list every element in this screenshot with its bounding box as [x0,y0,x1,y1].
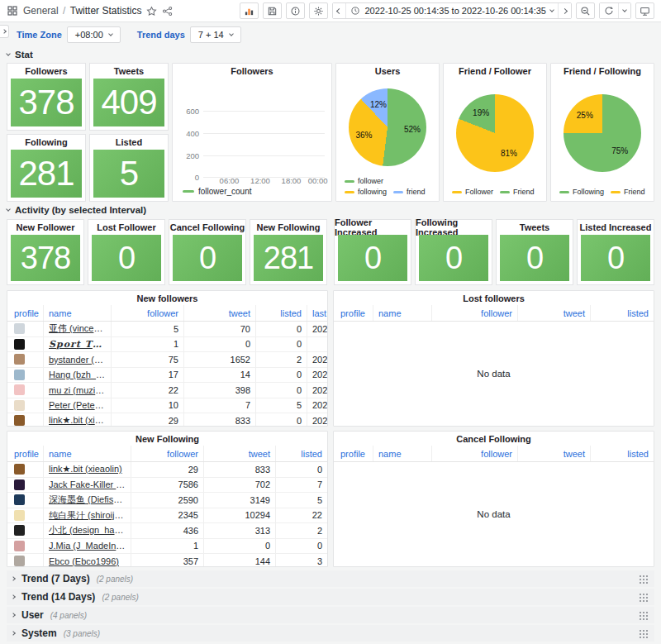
row-drag-handle[interactable] [639,593,648,602]
avatar [14,354,25,365]
dashboard-header: General / Twitter Statistics 2022-10-25 … [0,0,661,22]
chevron-right-icon [11,631,16,636]
breadcrumb-folder[interactable]: General [23,5,59,17]
profile-link[interactable]: 深海墨鱼 (Diefish666) [49,494,126,506]
stat-value: 0 [419,235,488,281]
profile-link[interactable]: link★.bit (xieaolin) [49,464,122,475]
legend-swatch [559,191,569,193]
column-header[interactable]: tweet [184,305,256,321]
column-header[interactable]: listed [276,446,327,461]
dashboard-row-toggle[interactable]: Trend (14 Days) (2 panels) [7,589,654,605]
column-header[interactable]: tweet [204,446,276,461]
column-header[interactable]: profile [7,305,44,321]
profile-link[interactable]: link★.bit (xieaolin) [49,415,106,426]
legend-swatch [500,191,510,193]
breadcrumb[interactable]: General / Twitter Statistics [23,5,141,17]
legend-swatch [452,191,462,193]
profile-link[interactable]: Hang (bzh_Hang) [49,370,106,379]
profile-link[interactable]: 亚伟 (vincentxu1318) [49,322,106,335]
legend-label: follower [358,177,383,185]
profile-link[interactable]: Ebco (Ebco1996) [49,556,119,566]
trend-days-variable-dropdown[interactable]: 7 + 14 [190,26,241,43]
table-row: link★.bit (xieaolin) 29 833 0 [7,462,327,478]
column-header[interactable]: name [373,446,432,461]
profile-link[interactable]: J.Mia (J_MadeInApril) [49,541,126,551]
column-header[interactable]: follower [112,305,184,321]
listed-count: 5 [256,398,307,413]
row-title: Stat [15,50,33,60]
table-row: Ebco (Ebco1996) 357 144 3 [7,554,327,567]
save-dashboard-button[interactable] [263,2,282,19]
column-header[interactable]: profile [334,305,373,321]
row-title: Activity (by selected Interval) [15,205,146,215]
time-range-picker[interactable]: 2022-10-25 00:14:35 to 2022-10-26 00:14:… [345,3,558,18]
stat-panel: Cancel Following 0 [169,219,246,285]
timezone-value: +08:00 [75,30,103,40]
column-header[interactable]: listed [591,305,654,321]
refresh-interval-button[interactable] [618,3,630,18]
dashboard-row-toggle[interactable]: Trend (7 Days) (2 panels) [7,570,654,587]
trend-days-variable-label[interactable]: Trend days [132,27,190,42]
column-header[interactable]: last [307,305,327,321]
dashboard-canvas: Stat Followers 378 Tweets 409 Following … [0,47,661,642]
tweet-count: 3149 [204,493,276,508]
time-range-forward-button[interactable] [558,3,571,18]
y-axis-tick: 600 [178,107,199,116]
y-axis-tick: 200 [178,151,199,160]
chevron-down-icon [6,207,11,212]
column-header[interactable]: follower [131,446,204,461]
dashboard-insights-button[interactable] [286,2,305,19]
column-header[interactable]: follower [432,446,518,461]
dashboard-settings-button[interactable] [309,2,328,19]
tweet-count: 1652 [184,352,256,367]
stat-panel: Tweets 409 [89,63,169,131]
sidebar-expand-tab[interactable] [0,25,9,38]
legend-label: Friend [513,188,535,196]
star-button[interactable] [146,6,157,17]
listed-count: 0 [276,539,327,554]
row-drag-handle[interactable] [639,611,648,620]
panel-title: Tweets [497,220,573,234]
column-header[interactable]: name [44,305,112,321]
profile-link[interactable]: Sport Tiger (.. [49,339,106,350]
share-button[interactable] [162,6,173,17]
row-toggle-activity[interactable]: Activity (by selected Interval) [7,203,654,217]
time-range-back-button[interactable] [333,3,345,18]
column-header[interactable]: name [373,305,432,321]
column-header[interactable]: listed [591,446,654,461]
column-header[interactable]: listed [256,305,307,321]
dashboard-row-toggle[interactable]: System (3 panels) [7,625,654,642]
timezone-variable-label[interactable]: Time Zone [12,27,67,42]
timezone-variable-dropdown[interactable]: +08:00 [67,26,121,43]
time-picker-group: 2022-10-25 00:14:35 to 2022-10-26 00:14:… [332,2,572,19]
column-header[interactable]: tweet [518,305,591,321]
profile-link[interactable]: 小北 (design_hacking) [49,524,126,537]
analytics-button[interactable] [240,2,259,19]
kiosk-mode-button[interactable] [635,2,654,19]
profile-link[interactable]: Jack Fake-Killer (Phish.. [49,479,126,489]
profile-link[interactable]: Peter (Peter332167.. [49,400,106,410]
column-header[interactable]: follower [432,305,518,321]
last-value: 202 [307,413,327,427]
row-drag-handle[interactable] [639,629,648,638]
dashboard-row-toggle[interactable]: User (4 panels) [7,607,654,623]
zoom-out-time-button[interactable] [576,2,595,19]
follower-count: 10 [112,398,184,413]
column-header[interactable]: name [44,446,131,461]
profile-link[interactable]: 纯白果汁 (shiroijusu) [49,509,126,522]
legend-label[interactable]: follower_count [198,187,251,196]
column-header[interactable]: profile [334,446,373,461]
row-toggle-stat[interactable]: Stat [7,47,654,61]
table-row: 纯白果汁 (shiroijusu) 2345 10294 22 [7,508,327,524]
tweet-count: 0 [184,337,256,352]
panel-lost-followers-table: Lost followers profile name follower twe… [333,290,654,427]
profile-link[interactable]: bystander (bystand.. [49,355,106,365]
column-header[interactable]: profile [7,446,44,461]
profile-link[interactable]: mu zi (muzi930409.. [49,385,106,395]
column-header[interactable]: tweet [518,446,591,461]
chart-legend[interactable]: follower_count [173,186,331,201]
refresh-button[interactable] [600,3,618,18]
tweet-count: 14 [184,368,256,383]
tweet-count: 833 [184,413,256,427]
row-drag-handle[interactable] [639,575,648,584]
